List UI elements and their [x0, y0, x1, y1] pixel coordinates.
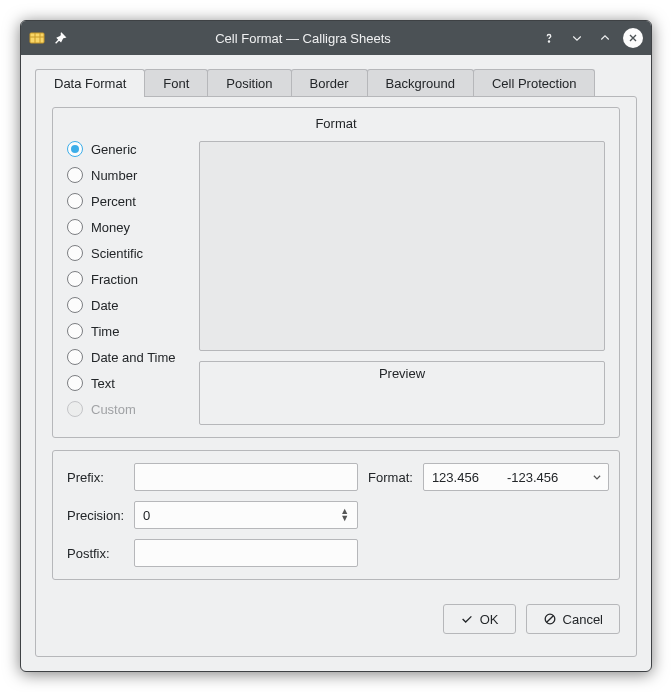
radio-text[interactable]: Text: [67, 375, 187, 391]
radio-number[interactable]: Number: [67, 167, 187, 183]
precision-label: Precision:: [67, 508, 124, 523]
radio-label: Custom: [91, 402, 136, 417]
format-combo[interactable]: 123.456 -123.456: [423, 463, 609, 491]
cancel-button-label: Cancel: [563, 612, 603, 627]
radio-label: Percent: [91, 194, 136, 209]
tab-background[interactable]: Background: [367, 69, 474, 97]
window-title: Cell Format — Calligra Sheets: [75, 31, 531, 46]
svg-point-4: [548, 41, 549, 42]
radio-money[interactable]: Money: [67, 219, 187, 235]
app-icon: [29, 30, 45, 46]
minimize-button[interactable]: [567, 28, 587, 48]
radio-date[interactable]: Date: [67, 297, 187, 313]
radio-label: Date and Time: [91, 350, 176, 365]
radio-custom: Custom: [67, 401, 187, 417]
radio-date-and-time[interactable]: Date and Time: [67, 349, 187, 365]
preview-box: Preview: [199, 361, 605, 425]
format-group-title: Format: [67, 116, 605, 131]
close-button[interactable]: [623, 28, 643, 48]
tab-cell-protection[interactable]: Cell Protection: [473, 69, 596, 97]
radio-label: Money: [91, 220, 130, 235]
cancel-icon: [543, 612, 557, 626]
svg-rect-0: [30, 33, 44, 43]
prefix-input[interactable]: [134, 463, 358, 491]
prefix-label: Prefix:: [67, 470, 124, 485]
postfix-label: Postfix:: [67, 546, 124, 561]
titlebar: Cell Format — Calligra Sheets: [21, 21, 651, 55]
radio-label: Fraction: [91, 272, 138, 287]
precision-value: 0: [143, 508, 150, 523]
tab-pane: Format Generic Number Percent Money Scie…: [35, 96, 637, 657]
tab-position[interactable]: Position: [207, 69, 291, 97]
precision-spinbox[interactable]: 0 ▲ ▼: [134, 501, 358, 529]
radio-generic[interactable]: Generic: [67, 141, 187, 157]
cancel-button[interactable]: Cancel: [526, 604, 620, 634]
dialog-window: Cell Format — Calligra Sheets Data Forma…: [20, 20, 652, 672]
radio-percent[interactable]: Percent: [67, 193, 187, 209]
ok-button-label: OK: [480, 612, 499, 627]
chevron-down-icon: [592, 472, 602, 482]
preview-label: Preview: [379, 366, 425, 381]
radio-time[interactable]: Time: [67, 323, 187, 339]
svg-line-6: [546, 616, 553, 623]
maximize-button[interactable]: [595, 28, 615, 48]
pin-icon[interactable]: [53, 31, 67, 45]
radio-label: Scientific: [91, 246, 143, 261]
spin-down-icon[interactable]: ▼: [340, 515, 349, 522]
format-group: Format Generic Number Percent Money Scie…: [52, 107, 620, 438]
radio-label: Generic: [91, 142, 137, 157]
radio-scientific[interactable]: Scientific: [67, 245, 187, 261]
dialog-buttons: OK Cancel: [52, 604, 620, 634]
format-detail-box[interactable]: [199, 141, 605, 351]
format-combo-pos: 123.456: [432, 470, 479, 485]
dialog-content: Data Format Font Position Border Backgro…: [21, 55, 651, 671]
format-detail-column: Preview: [199, 141, 605, 425]
check-icon: [460, 612, 474, 626]
ok-button[interactable]: OK: [443, 604, 516, 634]
radio-label: Text: [91, 376, 115, 391]
tab-data-format[interactable]: Data Format: [35, 69, 145, 97]
radio-label: Date: [91, 298, 118, 313]
radio-label: Number: [91, 168, 137, 183]
tab-border[interactable]: Border: [291, 69, 368, 97]
postfix-input[interactable]: [134, 539, 358, 567]
radio-label: Time: [91, 324, 119, 339]
radio-fraction[interactable]: Fraction: [67, 271, 187, 287]
format-radio-list: Generic Number Percent Money Scientific …: [67, 141, 187, 425]
format-label: Format:: [368, 470, 413, 485]
help-button[interactable]: [539, 28, 559, 48]
tabbar: Data Format Font Position Border Backgro…: [35, 69, 637, 97]
fields-group: Prefix: Format: 123.456 -123.456 Precisi…: [52, 450, 620, 580]
format-combo-neg: -123.456: [507, 470, 558, 485]
tab-font[interactable]: Font: [144, 69, 208, 97]
